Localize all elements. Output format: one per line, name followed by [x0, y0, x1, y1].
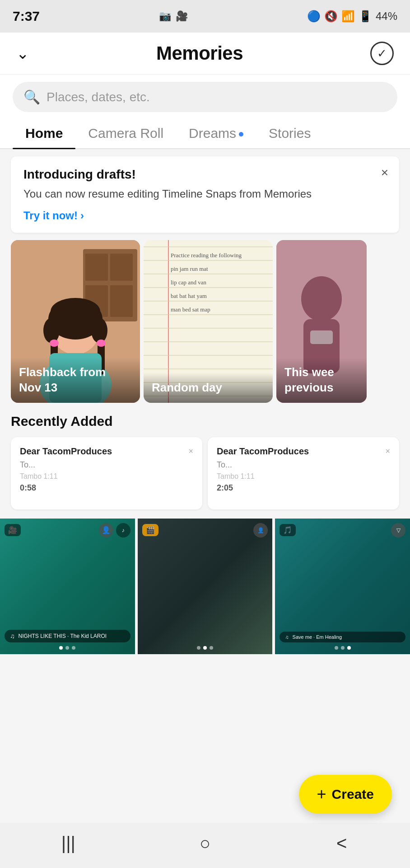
- svg-text:pin   jam   run   mat: pin jam run mat: [171, 265, 208, 272]
- dot-2-2: [347, 646, 351, 650]
- thisweek-title: This wee previous: [284, 365, 359, 396]
- video-music-text-0: NIGHTS LIKE THIS · The Kid LAROI: [19, 633, 107, 639]
- video-dots-2: [280, 646, 405, 650]
- drafts-title: Introducing drafts!: [23, 167, 387, 182]
- search-bar[interactable]: 🔍 Places, dates, etc.: [13, 82, 397, 112]
- status-right: 🔵 🔇 📶 📱 44%: [307, 10, 397, 23]
- video-overlay-top-1: 🎬 👤: [142, 523, 268, 538]
- search-icon: 🔍: [23, 89, 40, 105]
- header: ⌄ Memories ✓: [0, 33, 410, 75]
- snap-card-0-sub: Tambo 1:11: [20, 472, 193, 481]
- memory-card-random[interactable]: Practice reading the following pin jam r…: [144, 240, 273, 403]
- mute-icon: 🔇: [324, 10, 338, 23]
- tabs-bar: Home Camera Roll Dreams Stories: [0, 117, 410, 149]
- video-icon-group-2: ▽: [391, 523, 405, 538]
- create-button[interactable]: + Create: [299, 775, 392, 814]
- memory-card-flashback[interactable]: Flashback from Nov 13: [11, 240, 140, 403]
- video-thumb-2[interactable]: 🎵 ▽ ♫ Save me · Em Healing: [275, 519, 410, 654]
- nav-home-button[interactable]: ○: [191, 830, 219, 857]
- svg-text:Practice reading the following: Practice reading the following: [171, 252, 242, 259]
- svg-rect-3: [85, 254, 108, 281]
- video-music-bar-0: ♫ NIGHTS LIKE THIS · The Kid LAROI: [5, 630, 130, 642]
- dot-1-2: [210, 646, 213, 650]
- music-note-icon-0: ♫: [10, 632, 15, 640]
- tab-stories[interactable]: Stories: [256, 117, 323, 148]
- svg-text:man   bed   sat   map: man bed sat map: [171, 306, 210, 313]
- svg-point-16: [50, 340, 59, 347]
- drafts-body: You can now resume editing Timeline Snap…: [23, 186, 387, 202]
- battery-text: 44%: [376, 10, 397, 23]
- dot-0-1: [65, 646, 69, 650]
- snap-card-0-close-icon[interactable]: ×: [188, 447, 193, 456]
- video-camera-icon: 🎥: [8, 526, 17, 534]
- page-title: Memories: [156, 42, 243, 64]
- svg-point-39: [301, 276, 342, 321]
- memories-grid: Flashback from Nov 13 Practice reading t…: [0, 240, 410, 403]
- flashback-title: Flashback from Nov 13: [19, 365, 132, 396]
- video-thumb-1[interactable]: 🎬 👤: [138, 519, 273, 654]
- video-overlay-bottom-1: [142, 642, 268, 650]
- memory-card-flashback-label: Flashback from Nov 13: [11, 358, 140, 403]
- memory-card-thisweek[interactable]: This wee previous: [276, 240, 367, 403]
- video-thumb-0[interactable]: 🎥 👤 ♪ ♫ NIGHTS LIKE THIS · The Kid LAROI: [0, 519, 135, 654]
- status-bar: 7:37 📷 🎥 🔵 🔇 📶 📱 44%: [0, 0, 410, 33]
- memory-card-thisweek-label: This wee previous: [276, 358, 367, 403]
- video-dots-0: [5, 646, 130, 650]
- video-badge-2: 🎵: [280, 524, 296, 536]
- drafts-banner: Introducing drafts! You can now resume e…: [11, 156, 399, 233]
- svg-text:lip   cap   and   van: lip cap and van: [171, 279, 207, 286]
- video-icon-group-0: 👤 ♪: [99, 523, 130, 538]
- close-banner-button[interactable]: ×: [381, 165, 388, 180]
- snap-card-1[interactable]: Dear TacomProduces × To... Tambo 1:11 2:…: [208, 437, 399, 509]
- star-icon: 🎬: [146, 526, 155, 534]
- nav-back-button[interactable]: <: [328, 830, 355, 857]
- music-icon-0: ♪: [116, 523, 130, 538]
- wifi-icon: 📶: [341, 10, 355, 23]
- check-circle-icon[interactable]: ✓: [370, 42, 394, 65]
- bluetooth-icon: 🔵: [307, 10, 321, 23]
- chevron-right-icon: ›: [80, 209, 84, 222]
- camera-icon: 🎥: [176, 10, 188, 22]
- dreams-dot: [239, 132, 243, 137]
- music-note-icon-2: ♫: [285, 634, 289, 640]
- status-time: 7:37: [13, 9, 40, 24]
- memory-card-random-label: Random day: [144, 373, 273, 403]
- tab-camera-roll[interactable]: Camera Roll: [75, 117, 176, 148]
- dot-1-1: [203, 646, 207, 650]
- video-badge-0: 🎥: [5, 524, 21, 536]
- avatar-icon-1: 👤: [253, 523, 268, 538]
- video-overlay-top-0: 🎥 👤 ♪: [5, 523, 130, 538]
- snap-card-1-sub: Tambo 1:11: [217, 472, 390, 481]
- video-dots-1: [142, 646, 268, 650]
- snap-card-1-close-icon[interactable]: ×: [385, 447, 390, 456]
- video-overlay-bottom-0: ♫ NIGHTS LIKE THIS · The Kid LAROI: [5, 630, 130, 650]
- search-input[interactable]: Places, dates, etc.: [47, 90, 387, 104]
- tab-dreams[interactable]: Dreams: [176, 117, 256, 148]
- video-music-text-2: Save me · Em Healing: [293, 634, 342, 640]
- recently-added-cards: Dear TacomProduces × To... Tambo 1:11 0:…: [0, 437, 410, 509]
- dot-0-0: [59, 646, 63, 650]
- dot-2-1: [341, 646, 345, 650]
- create-label: Create: [332, 787, 374, 802]
- nav-recents-button[interactable]: |||: [55, 830, 82, 857]
- chevron-down-icon[interactable]: ⌄: [16, 44, 29, 62]
- snap-card-0-sender: Dear TacomProduces: [20, 446, 112, 457]
- snap-card-0[interactable]: Dear TacomProduces × To... Tambo 1:11 0:…: [11, 437, 202, 509]
- svg-rect-4: [110, 254, 133, 281]
- video-overlay-bottom-2: ♫ Save me · Em Healing: [280, 632, 405, 650]
- random-title: Random day: [152, 380, 265, 396]
- snap-card-0-header: Dear TacomProduces ×: [20, 446, 193, 457]
- svg-rect-6: [110, 285, 133, 317]
- dot-2-0: [335, 646, 338, 650]
- snap-card-1-to: To...: [217, 460, 390, 470]
- snap-card-1-header: Dear TacomProduces ×: [217, 446, 390, 457]
- svg-rect-41: [310, 330, 333, 344]
- video-grid: 🎥 👤 ♪ ♫ NIGHTS LIKE THIS · The Kid LAROI: [0, 519, 410, 654]
- try-it-now-link[interactable]: Try it now! ›: [23, 209, 84, 222]
- recently-added-label: Recently Added: [0, 414, 410, 437]
- instagram-icon: 📷: [159, 10, 171, 22]
- create-button-wrap: + Create: [299, 775, 392, 814]
- svg-point-17: [97, 340, 106, 347]
- tab-home[interactable]: Home: [13, 117, 75, 148]
- dot-1-0: [197, 646, 200, 650]
